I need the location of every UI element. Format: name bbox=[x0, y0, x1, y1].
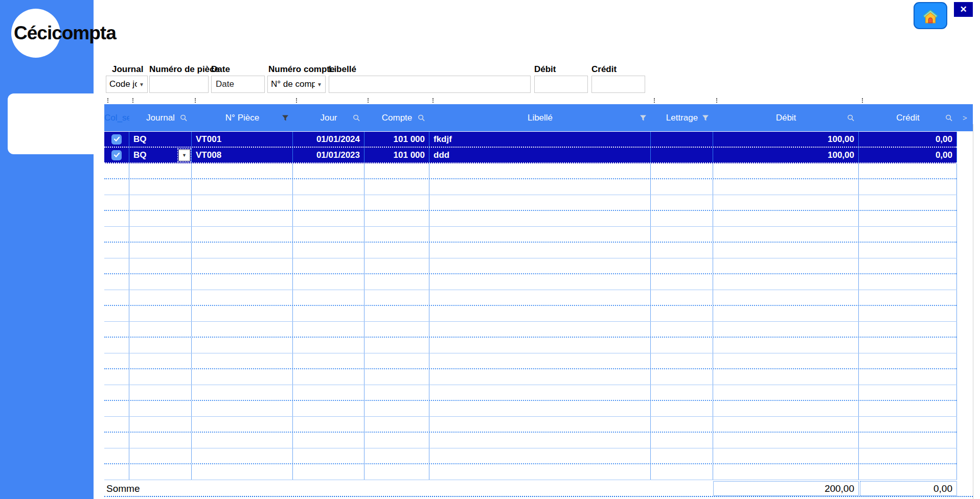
header-col-libelle[interactable]: Libellé bbox=[429, 104, 651, 131]
column-resize-handle[interactable] bbox=[195, 98, 196, 103]
empty-grid-row[interactable] bbox=[104, 417, 957, 433]
house-icon bbox=[920, 6, 941, 26]
chevron-down-icon: ▼ bbox=[182, 153, 187, 158]
compte-filter-label: Numéro compte bbox=[268, 64, 334, 75]
credit-total: 0,00 bbox=[860, 481, 957, 496]
empty-rows bbox=[104, 163, 957, 480]
cell-libelle[interactable]: fkdjf bbox=[429, 132, 651, 147]
cell-jour[interactable]: 01/01/2023 bbox=[293, 148, 364, 162]
empty-grid-row[interactable] bbox=[104, 179, 957, 195]
cell-credit[interactable]: 0,00 bbox=[859, 132, 957, 147]
cell-lettrage[interactable] bbox=[651, 148, 713, 162]
search-icon[interactable] bbox=[847, 114, 855, 122]
row-checkbox-checked[interactable] bbox=[111, 150, 122, 160]
cell-piece[interactable]: VT001 bbox=[192, 132, 293, 147]
filter-icon[interactable] bbox=[702, 114, 709, 121]
header-col-journal[interactable]: Journal bbox=[129, 104, 192, 131]
journal-filter-select[interactable]: Code journ ▼ bbox=[106, 76, 148, 93]
empty-grid-row[interactable] bbox=[104, 369, 957, 385]
cell-credit[interactable]: 0,00 bbox=[859, 148, 957, 162]
cell-lettrage[interactable] bbox=[651, 132, 713, 147]
column-resize-handle[interactable] bbox=[654, 98, 655, 103]
search-icon[interactable] bbox=[353, 114, 360, 122]
header-col-lettrage[interactable]: Lettrage bbox=[651, 104, 713, 131]
cell-debit[interactable]: 100,00 bbox=[713, 148, 859, 162]
row-checkbox-checked[interactable] bbox=[111, 134, 122, 145]
column-resize-handle[interactable] bbox=[716, 98, 717, 103]
sum-label: Somme bbox=[106, 483, 140, 494]
chevron-down-icon: ▼ bbox=[317, 82, 322, 87]
column-resize-handle[interactable] bbox=[862, 98, 863, 103]
debit-filter-input[interactable] bbox=[534, 76, 588, 93]
date-filter-input[interactable] bbox=[211, 76, 265, 93]
header-col-debit[interactable]: Débit bbox=[713, 104, 859, 131]
cell-jour[interactable]: 01/01/2024 bbox=[293, 132, 364, 147]
empty-grid-row[interactable] bbox=[104, 211, 957, 227]
scroll-right-button[interactable]: > bbox=[957, 104, 973, 131]
empty-grid-row[interactable] bbox=[104, 195, 957, 211]
empty-grid-row[interactable] bbox=[104, 163, 957, 179]
row-select-cell[interactable] bbox=[104, 132, 129, 147]
column-resize-handle[interactable] bbox=[296, 98, 297, 103]
empty-grid-row[interactable] bbox=[104, 243, 957, 258]
row-select-cell[interactable] bbox=[104, 148, 129, 162]
chevron-right-icon: > bbox=[963, 113, 967, 122]
column-resize-handle[interactable] bbox=[132, 98, 133, 103]
close-icon: ✕ bbox=[960, 4, 967, 15]
empty-grid-row[interactable] bbox=[104, 448, 957, 464]
cell-compte[interactable]: 101 000 bbox=[364, 132, 429, 147]
journal-entries-grid: Col_se Journal N° Pièce Jour Compte bbox=[104, 104, 973, 497]
cell-compte[interactable]: 101 000 bbox=[364, 148, 429, 162]
empty-grid-row[interactable] bbox=[104, 227, 957, 243]
header-col-credit[interactable]: Crédit bbox=[859, 104, 957, 131]
header-col-jour[interactable]: Jour bbox=[293, 104, 364, 131]
column-resize-handle[interactable] bbox=[107, 98, 108, 103]
libelle-filter-input[interactable] bbox=[329, 76, 531, 93]
cell-piece[interactable]: VT008 bbox=[192, 148, 293, 162]
filter-icon[interactable] bbox=[640, 114, 647, 121]
credit-filter-input[interactable] bbox=[591, 76, 645, 93]
cell-journal[interactable]: BQ ▼ bbox=[129, 148, 192, 162]
table-row-selected[interactable]: BQ ▼ VT008 01/01/2023 101 000 ddd 100,00… bbox=[104, 148, 957, 163]
piece-filter-input[interactable] bbox=[149, 76, 209, 93]
close-button[interactable]: ✕ bbox=[954, 2, 973, 17]
empty-grid-row[interactable] bbox=[104, 274, 957, 290]
header-col-piece[interactable]: N° Pièce bbox=[192, 104, 293, 131]
search-icon[interactable] bbox=[945, 114, 953, 122]
empty-grid-row[interactable] bbox=[104, 353, 957, 369]
compte-filter-select[interactable]: N° de compte ▼ bbox=[267, 76, 326, 93]
grid-header-row: Col_se Journal N° Pièce Jour Compte bbox=[104, 104, 973, 131]
date-filter-label: Date bbox=[211, 64, 230, 75]
sidebar bbox=[0, 0, 94, 499]
journal-filter-label: Journal bbox=[112, 64, 143, 75]
cell-dropdown-button[interactable]: ▼ bbox=[178, 149, 190, 161]
chevron-down-icon: ▼ bbox=[139, 82, 144, 87]
compte-filter-value: N° de compte bbox=[271, 79, 315, 89]
scrollbar-track bbox=[973, 124, 973, 499]
search-icon[interactable] bbox=[180, 114, 188, 122]
debit-total: 200,00 bbox=[713, 481, 859, 496]
empty-grid-row[interactable] bbox=[104, 290, 957, 306]
header-col-compte[interactable]: Compte bbox=[364, 104, 429, 131]
header-col-select[interactable]: Col_se bbox=[104, 104, 129, 131]
sidebar-item-selected[interactable] bbox=[8, 93, 94, 154]
cell-debit[interactable]: 100,00 bbox=[713, 132, 859, 147]
empty-grid-row[interactable] bbox=[104, 385, 957, 401]
column-resize-handle[interactable] bbox=[432, 98, 434, 103]
cell-journal[interactable]: BQ bbox=[129, 132, 192, 147]
grid-footer-row: Somme 200,00 0,00 bbox=[104, 480, 973, 497]
column-resize-handle[interactable] bbox=[368, 98, 369, 103]
empty-grid-row[interactable] bbox=[104, 433, 957, 448]
empty-grid-row[interactable] bbox=[104, 258, 957, 274]
empty-grid-row[interactable] bbox=[104, 401, 957, 417]
filter-icon[interactable] bbox=[282, 114, 289, 121]
search-icon[interactable] bbox=[418, 114, 425, 122]
home-button[interactable] bbox=[914, 2, 947, 29]
cell-libelle[interactable]: ddd bbox=[429, 148, 651, 162]
table-row-selected[interactable]: BQ VT001 01/01/2024 101 000 fkdjf 100,00… bbox=[104, 132, 957, 148]
empty-grid-row[interactable] bbox=[104, 464, 957, 480]
piece-filter-label: Numéro de pièce bbox=[149, 64, 219, 75]
empty-grid-row[interactable] bbox=[104, 338, 957, 353]
empty-grid-row[interactable] bbox=[104, 306, 957, 322]
empty-grid-row[interactable] bbox=[104, 322, 957, 338]
